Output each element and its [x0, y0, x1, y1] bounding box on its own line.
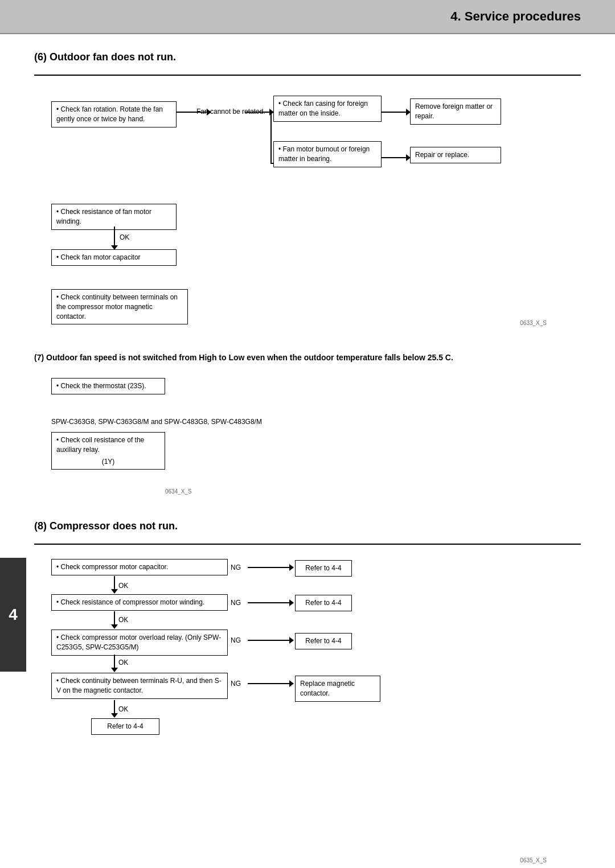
- box-compressor-winding: • Check resistance of compressor motor w…: [51, 594, 228, 611]
- arrow-b1-ok: [114, 576, 115, 593]
- box-resistance-fan: • Check resistance of fan motor winding.: [51, 204, 177, 230]
- side-tab: 4: [0, 558, 26, 672]
- page-container: 4. Service procedures 4 (6) Outdoor fan …: [0, 0, 615, 868]
- refer-1: Refer to 4-4: [295, 560, 352, 577]
- ok-1: OK: [118, 582, 128, 590]
- arrow-b3-ng: [248, 640, 293, 641]
- flowchart6: • Check fan rotation. Rotate the fan gen…: [34, 90, 581, 329]
- replace-contactor: Replace magnetic contactor.: [295, 676, 380, 702]
- page-title: 4. Service procedures: [450, 9, 581, 24]
- ok-3: OK: [118, 659, 128, 667]
- box-fan-casing: • Check fan casing for foreign matter on…: [273, 96, 382, 122]
- ng-label-4: NG: [231, 680, 241, 688]
- box-remove-foreign: Remove foreign matter or repair.: [410, 98, 501, 125]
- section8-title: (8) Compressor does not run.: [34, 520, 581, 532]
- arrow-b3-ok: [114, 655, 115, 672]
- refer-3: Refer to 4-4: [295, 633, 352, 649]
- box-fan-motor-burnout: • Fan motor burnout or foreign matter in…: [273, 141, 382, 167]
- v-line-fc: [270, 112, 272, 163]
- box-thermostat: • Check the thermostat (23S).: [51, 378, 165, 394]
- arrow-b2-ok: [114, 611, 115, 628]
- 1y-label: (1Y): [56, 457, 160, 467]
- content: (6) Outdoor fan does not run. • Check fa…: [0, 34, 615, 868]
- box-fan-capacitor: • Check fan motor capacitor: [51, 249, 177, 266]
- diagram-code-8: 0635_X_S: [520, 857, 547, 863]
- ng-label-1: NG: [231, 563, 241, 571]
- arrow-b2-ng: [248, 602, 293, 603]
- box-refer-final: Refer to 4-4: [91, 718, 159, 735]
- box-compressor-capacitor: • Check compressor motor capacitor.: [51, 559, 228, 575]
- h-line-fc-bot: [270, 163, 273, 164]
- arrow-b4-ok: [114, 700, 115, 717]
- flowchart8: • Check compressor motor capacitor. NG R…: [34, 559, 581, 866]
- ok-4: OK: [118, 705, 128, 713]
- section6-title: (6) Outdoor fan does not run.: [34, 51, 581, 63]
- arrow-b4-right: [382, 157, 410, 158]
- diagram-code-6: 0633_X_S: [520, 320, 547, 326]
- arrow-ok-down: [114, 227, 115, 249]
- arrow-b4-ng: [248, 683, 293, 684]
- section7-title: (7) Outdoor fan speed is not switched fr…: [34, 352, 581, 364]
- ng-label-3: NG: [231, 636, 241, 644]
- arrow-b1-ng: [248, 567, 293, 568]
- section7: (7) Outdoor fan speed is not switched fr…: [34, 352, 581, 497]
- ok-label: OK: [120, 233, 129, 241]
- arrow-b2-right: [382, 112, 410, 113]
- side-tab-number: 4: [9, 606, 18, 624]
- model-text: SPW-C363G8, SPW-C363G8/M and SPW-C483G8,…: [51, 418, 262, 426]
- flowchart7: • Check the thermostat (23S). SPW-C363G8…: [34, 372, 581, 497]
- section6: (6) Outdoor fan does not run. • Check fa…: [34, 51, 581, 329]
- ng-label-2: NG: [231, 599, 241, 607]
- arrow-fc-right: [245, 112, 273, 113]
- box-repair-replace: Repair or replace.: [410, 147, 501, 163]
- refer-2: Refer to 4-4: [295, 595, 352, 611]
- box-overload-relay: • Check compressor motor overload relay.…: [51, 630, 228, 656]
- arrow-b1-right: [177, 112, 211, 113]
- section6-divider: [34, 75, 581, 76]
- diagram-code-7: 0634_X_S: [165, 488, 192, 495]
- box-fan-rotation: • Check fan rotation. Rotate the fan gen…: [51, 101, 177, 127]
- box-coil-resistance: • Check coil resistance of the auxiliary…: [51, 432, 165, 470]
- h-line-fc-top: [270, 112, 273, 113]
- ok-2: OK: [118, 616, 128, 624]
- section8-divider: [34, 544, 581, 545]
- header: 4. Service procedures: [0, 0, 615, 34]
- box-continuity-compressor: • Check continuity between terminals on …: [51, 289, 188, 324]
- box-continuity-magnetic: • Check continuity between terminals R-U…: [51, 673, 228, 699]
- section8: (8) Compressor does not run. • Check com…: [34, 520, 581, 866]
